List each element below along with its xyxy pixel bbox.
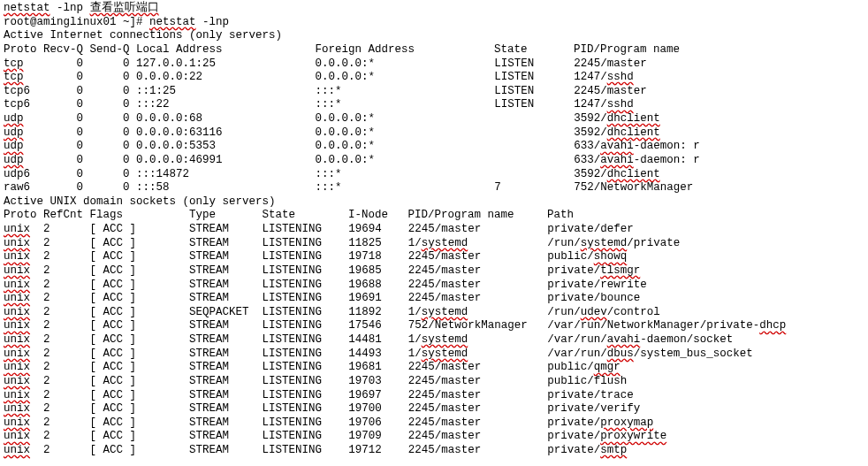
unix-pid: 752/: [408, 319, 435, 332]
sp: [481, 279, 547, 291]
unix-proto: unix: [4, 389, 30, 401]
unix-inode: 14493: [348, 348, 408, 360]
inet-recvq: 0: [43, 112, 83, 125]
unix-path-pre: private/: [547, 292, 600, 304]
inet-sendq: 0: [83, 71, 136, 83]
unix-flags: [ ACC ]: [90, 375, 190, 387]
unix-state: LISTENING: [263, 375, 349, 387]
unix-state: LISTENING: [263, 319, 349, 332]
inet-proto: tcp: [4, 71, 24, 83]
unix-proto: unix: [4, 375, 30, 387]
inet-prog: sshd: [607, 98, 634, 111]
unix-flags: [ ACC ]: [90, 250, 190, 263]
unix-flags: [ ACC ]: [90, 361, 190, 373]
unix-path-pre: private/: [547, 402, 600, 415]
unix-type: SEQPACKET: [189, 306, 263, 318]
cmd-args: -lnp: [196, 16, 230, 28]
sp: [528, 319, 548, 332]
unix-refcnt: 2: [43, 348, 90, 360]
unix-type: STREAM: [189, 444, 263, 456]
unix-flags: [ ACC ]: [90, 348, 190, 360]
inet-pid: 1247/: [574, 98, 607, 111]
unix-refcnt: 2: [43, 264, 90, 277]
inet-sendq: 0: [83, 168, 136, 180]
unix-path-pre: private/: [547, 444, 600, 456]
inet-prog: NetworkManager: [600, 181, 693, 194]
inet-foreign: 0.0.0.0:*: [316, 154, 495, 166]
sp: [24, 126, 44, 139]
inet-prog: avahi: [600, 140, 634, 152]
unix-refcnt: 2: [43, 237, 90, 249]
inet-pid: 3592/: [574, 112, 607, 125]
unix-path-tok: proxywrite: [600, 430, 666, 442]
unix-inode: 19718: [348, 250, 408, 263]
unix-path-tok: flush: [594, 375, 628, 387]
inet-pid: 2245/: [574, 57, 607, 70]
unix-prog: master: [441, 361, 481, 373]
inet-local: 0.0.0.0:5353: [136, 140, 316, 152]
sp: [481, 402, 547, 415]
inet-state: 7: [494, 181, 574, 194]
unix-proto: unix: [4, 279, 30, 291]
unix-flags: [ ACC ]: [90, 402, 190, 415]
unix-type: STREAM: [189, 389, 263, 401]
unix-pid: 2245/: [408, 402, 442, 415]
unix-pid: 1/: [408, 348, 422, 360]
inet-recvq: 0: [43, 154, 83, 166]
unix-state: LISTENING: [263, 333, 349, 346]
sp: [481, 389, 547, 401]
unix-path-post: /system_bus_socket: [634, 348, 753, 360]
unix-prog: master: [441, 223, 481, 235]
unix-path-pre: public/: [547, 250, 594, 263]
unix-refcnt: 2: [43, 292, 90, 304]
unix-flags: [ ACC ]: [90, 292, 190, 304]
unix-col-header: Proto RefCnt Flags Type State I-Node PID…: [4, 209, 574, 221]
inet-header: Active Internet connections (only server…: [4, 29, 282, 42]
inet-sendq: 0: [83, 126, 136, 139]
inet-pid: 1247/: [574, 71, 607, 83]
unix-prog: master: [441, 375, 481, 387]
unix-path-tok: bounce: [600, 292, 640, 304]
unix-state: LISTENING: [263, 402, 349, 415]
inet-local: 127.0.0.1:25: [136, 57, 316, 70]
unix-prog: master: [441, 416, 481, 429]
sp: [30, 361, 43, 373]
inet-sendq: 0: [83, 140, 136, 152]
sp: [30, 348, 43, 360]
unix-proto: unix: [4, 237, 30, 249]
sp: [481, 264, 547, 277]
unix-pid: 1/: [408, 237, 422, 249]
unix-proto: unix: [4, 430, 30, 442]
inet-recvq: 0: [43, 140, 83, 152]
unix-state: LISTENING: [263, 264, 349, 277]
inet-prog: dhclient: [607, 168, 660, 180]
unix-flags: [ ACC ]: [90, 333, 190, 346]
inet-local: :::22: [136, 98, 316, 111]
inet-proto: raw6: [4, 181, 43, 194]
terminal-output[interactable]: netstat -lnp 查看监听端口 root@aminglinux01 ~]…: [0, 0, 868, 460]
unix-prog: master: [441, 402, 481, 415]
unix-inode: 11892: [348, 306, 408, 318]
inet-recvq: 0: [43, 126, 83, 139]
inet-sendq: 0: [83, 154, 136, 166]
sp: [30, 389, 43, 401]
unix-pid: 2245/: [408, 416, 442, 429]
unix-pid: 2245/: [408, 292, 442, 304]
unix-refcnt: 2: [43, 223, 90, 235]
unix-path-pre: /var/run/: [547, 348, 607, 360]
sp: [30, 223, 43, 235]
inet-recvq: 0: [43, 181, 83, 194]
unix-state: LISTENING: [263, 361, 349, 373]
unix-type: STREAM: [189, 416, 263, 429]
unix-path-pre: private/: [547, 430, 600, 442]
inet-foreign: 0.0.0.0:*: [316, 71, 495, 83]
sp: [24, 154, 44, 166]
inet-sendq: 0: [83, 98, 136, 111]
unix-path-tok: defer: [600, 223, 634, 235]
unix-path-tok: qmgr: [594, 361, 621, 373]
inet-pid: 2245/: [574, 85, 607, 97]
inet-state: [494, 168, 574, 180]
sp: [30, 430, 43, 442]
unix-state: LISTENING: [263, 237, 349, 249]
inet-local: 0.0.0.0:63116: [136, 126, 316, 139]
